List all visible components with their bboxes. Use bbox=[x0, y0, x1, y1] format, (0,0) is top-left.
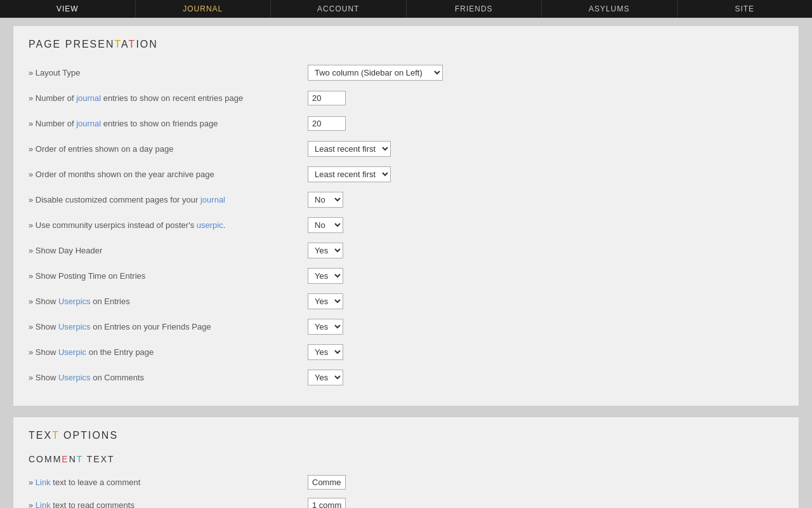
comment-text-subtitle: COMMENT TEXT bbox=[29, 454, 783, 464]
recent-entries-count-label: » Number of journal entries to show on r… bbox=[29, 93, 308, 103]
show-userpic-entry-row: » Show Userpic on the Entry page Yes No bbox=[29, 342, 783, 361]
community-userpics-label: » Use community userpics instead of post… bbox=[29, 220, 308, 230]
show-userpics-friends-select[interactable]: Yes No bbox=[308, 319, 343, 335]
show-userpics-entries-select[interactable]: Yes No bbox=[308, 293, 343, 309]
year-archive-order-row: » Order of months shown on the year arch… bbox=[29, 164, 783, 184]
show-posting-time-select[interactable]: Yes No bbox=[308, 268, 343, 284]
show-posting-time-row: » Show Posting Time on Entries Yes No bbox=[29, 266, 783, 285]
top-navigation: VIEW JOURNAL ACCOUNT FRIENDS ASYLUMS SIT… bbox=[0, 0, 812, 18]
main-content: PAGE PRESENTATION » Layout Type Two colu… bbox=[0, 18, 812, 508]
show-userpic-entry-select[interactable]: Yes No bbox=[308, 344, 343, 360]
nav-view[interactable]: VIEW bbox=[0, 0, 136, 18]
leave-comment-text-row: » Link text to leave a comment bbox=[29, 473, 783, 491]
layout-type-control: Two column (Sidebar on Left) One column … bbox=[308, 65, 783, 81]
year-archive-order-control: Least recent first Most recent first bbox=[308, 166, 783, 182]
show-posting-time-label: » Show Posting Time on Entries bbox=[29, 271, 308, 281]
day-order-select[interactable]: Least recent first Most recent first bbox=[308, 141, 391, 157]
show-day-header-row: » Show Day Header Yes No bbox=[29, 241, 783, 260]
show-posting-time-control: Yes No bbox=[308, 268, 783, 284]
page-presentation-section: PAGE PRESENTATION » Layout Type Two colu… bbox=[13, 25, 799, 406]
read-comments-text-label: » Link text to read comments bbox=[29, 500, 308, 509]
day-order-label: » Order of entries shown on a day page bbox=[29, 144, 308, 154]
disable-comment-pages-label: » Disable customized comment pages for y… bbox=[29, 195, 308, 204]
disable-comment-pages-select[interactable]: No Yes bbox=[308, 192, 343, 208]
leave-comment-text-label: » Link text to leave a comment bbox=[29, 478, 308, 487]
show-userpics-friends-label: » Show Userpics on Entries on your Frien… bbox=[29, 322, 308, 331]
community-userpics-select[interactable]: No Yes bbox=[308, 217, 343, 233]
year-archive-order-label: » Order of months shown on the year arch… bbox=[29, 170, 308, 179]
show-userpics-entries-row: » Show Userpics on Entries Yes No bbox=[29, 291, 783, 311]
leave-comment-text-control bbox=[308, 475, 346, 490]
text-options-section: TEXT OPTIONS COMMENT TEXT » Link text to… bbox=[13, 417, 799, 508]
nav-site[interactable]: SITE bbox=[678, 0, 813, 18]
read-comments-text-row: » Link text to read comments bbox=[29, 496, 783, 508]
friends-entries-count-control bbox=[308, 116, 783, 131]
show-userpics-friends-control: Yes No bbox=[308, 319, 783, 335]
show-userpics-comments-control: Yes No bbox=[308, 370, 783, 385]
read-comments-text-control bbox=[308, 498, 346, 509]
leave-comment-text-input[interactable] bbox=[308, 475, 346, 490]
community-userpics-row: » Use community userpics instead of post… bbox=[29, 215, 783, 234]
disable-comment-pages-row: » Disable customized comment pages for y… bbox=[29, 190, 783, 209]
friends-entries-count-input[interactable] bbox=[308, 116, 346, 131]
show-userpic-entry-label: » Show Userpic on the Entry page bbox=[29, 347, 308, 357]
year-archive-order-select[interactable]: Least recent first Most recent first bbox=[308, 166, 391, 182]
layout-type-row: » Layout Type Two column (Sidebar on Lef… bbox=[29, 63, 783, 82]
layout-type-select[interactable]: Two column (Sidebar on Left) One column … bbox=[308, 65, 443, 81]
read-comments-text-input[interactable] bbox=[308, 498, 346, 509]
disable-comment-pages-control: No Yes bbox=[308, 192, 783, 208]
page-presentation-title: PAGE PRESENTATION bbox=[29, 39, 783, 50]
show-userpics-comments-label: » Show Userpics on Comments bbox=[29, 373, 308, 382]
recent-entries-count-input[interactable] bbox=[308, 91, 346, 105]
nav-friends[interactable]: FRIENDS bbox=[407, 0, 542, 18]
show-userpics-comments-row: » Show Userpics on Comments Yes No bbox=[29, 368, 783, 387]
text-options-title: TEXT OPTIONS bbox=[29, 430, 783, 441]
show-userpics-comments-select[interactable]: Yes No bbox=[308, 370, 343, 385]
show-day-header-select[interactable]: Yes No bbox=[308, 243, 343, 258]
recent-entries-count-control bbox=[308, 91, 783, 105]
community-userpics-control: No Yes bbox=[308, 217, 783, 233]
show-day-header-control: Yes No bbox=[308, 243, 783, 258]
friends-entries-count-label: » Number of journal entries to show on f… bbox=[29, 119, 308, 128]
show-day-header-label: » Show Day Header bbox=[29, 246, 308, 255]
layout-type-label: » Layout Type bbox=[29, 68, 308, 77]
day-order-control: Least recent first Most recent first bbox=[308, 141, 783, 157]
show-userpic-entry-control: Yes No bbox=[308, 344, 783, 360]
show-userpics-entries-control: Yes No bbox=[308, 293, 783, 309]
friends-entries-count-row: » Number of journal entries to show on f… bbox=[29, 114, 783, 133]
show-userpics-friends-row: » Show Userpics on Entries on your Frien… bbox=[29, 317, 783, 336]
nav-asylums[interactable]: ASYLUMS bbox=[542, 0, 678, 18]
day-order-row: » Order of entries shown on a day page L… bbox=[29, 139, 783, 158]
recent-entries-count-row: » Number of journal entries to show on r… bbox=[29, 88, 783, 107]
show-userpics-entries-label: » Show Userpics on Entries bbox=[29, 297, 308, 306]
nav-journal[interactable]: JOURNAL bbox=[136, 0, 272, 18]
nav-account[interactable]: ACCOUNT bbox=[271, 0, 407, 18]
